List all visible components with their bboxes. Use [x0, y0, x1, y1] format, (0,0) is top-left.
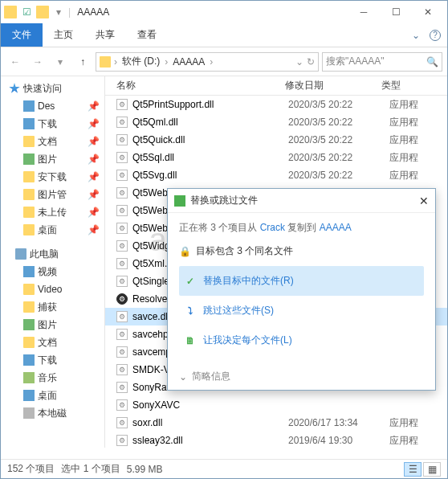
file-icon: ⚙ [116, 329, 128, 340]
breadcrumb-drive[interactable]: 软件 (D:) [120, 53, 161, 70]
close-button[interactable]: ✕ [412, 1, 444, 23]
compare-icon: 🗎 [184, 334, 197, 347]
pc-icon [15, 248, 26, 260]
ribbon: 文件 主页 共享 查看 ⌄ ? [1, 23, 447, 47]
sidebar-item[interactable]: 图片 [1, 316, 104, 334]
file-name: Qt5Qml.dll [132, 117, 283, 128]
file-icon: ⚙ [116, 223, 128, 234]
chevron-right-icon[interactable]: › [210, 56, 213, 68]
file-icon: ⚙ [116, 346, 128, 358]
folder-icon [23, 189, 35, 200]
file-name: Qt5PrintSupport.dll [132, 99, 283, 110]
option-decide[interactable]: 🗎 让我决定每个文件(L) [179, 325, 424, 355]
file-name: SonyXAVC [132, 399, 283, 411]
address-bar[interactable]: › 软件 (D:) › AAAAA › ⌄ ↻ [96, 52, 319, 72]
tab-view[interactable]: 查看 [126, 23, 168, 47]
sidebar-quick-access[interactable]: 快速访问 [1, 80, 104, 97]
sidebar-item[interactable]: 安下载📌 [1, 168, 104, 186]
pin-icon: 📌 [88, 136, 100, 147]
sidebar-item[interactable]: 视频 [1, 263, 104, 280]
dialog-details-toggle[interactable]: ⌄ 简略信息 [168, 363, 435, 390]
file-icon: ⚙ [116, 399, 128, 411]
pin-icon: 📌 [88, 171, 100, 182]
file-row[interactable]: ⚙Qt5PrintSupport.dll2020/3/5 20:22应用程 [105, 96, 447, 113]
sidebar-item[interactable]: Des📌 [1, 97, 104, 115]
sidebar-item[interactable]: 文档 [1, 334, 104, 351]
chevron-right-icon[interactable]: › [165, 56, 168, 68]
titlebar: ☑ ▾ | AAAAA ─ ☐ ✕ [1, 1, 447, 23]
sidebar-item[interactable]: 下载📌 [1, 115, 104, 133]
up-button[interactable]: ↑ [73, 52, 92, 72]
pin-icon: 📌 [88, 118, 100, 129]
copy-icon [174, 195, 185, 207]
file-icon: ⚙ [116, 99, 128, 110]
file-row[interactable]: ⚙soxr.dll2020/6/17 13:34应用程 [105, 414, 447, 432]
column-type[interactable]: 类型 [370, 79, 447, 92]
sidebar-item[interactable]: 音乐 [1, 369, 104, 387]
navigation-toolbar: ← → ▾ ↑ › 软件 (D:) › AAAAA › ⌄ ↻ 搜索"AAAAA… [1, 47, 447, 76]
pin-icon: 📌 [88, 207, 100, 218]
sidebar-item[interactable]: 未上传📌 [1, 203, 104, 221]
sidebar-item[interactable]: 本地磁 [1, 404, 104, 422]
sidebar-item[interactable]: 文档📌 [1, 133, 104, 150]
search-icon: 🔍 [426, 56, 438, 68]
breadcrumb-folder[interactable]: AAAAA [171, 55, 206, 69]
maximize-button[interactable]: ☐ [380, 1, 412, 23]
forward-button[interactable]: → [28, 52, 47, 72]
qat-dropdown-icon[interactable]: ▾ [52, 6, 65, 18]
file-date: 2020/3/5 20:22 [288, 117, 385, 128]
sidebar-item[interactable]: 图片📌 [1, 150, 104, 168]
file-name: Qt5Sql.dll [132, 152, 283, 163]
file-row[interactable]: ⚙SonyXAVC [105, 396, 447, 414]
help-icon[interactable]: ? [430, 30, 441, 41]
file-row[interactable]: ⚙ssleay32.dll2019/6/4 19:30应用程 [105, 432, 447, 448]
properties-icon[interactable]: ☑ [20, 6, 33, 18]
dialog-title: 替换或跳过文件 [190, 194, 258, 207]
view-icons-button[interactable]: ▦ [423, 462, 441, 477]
dialog-close-button[interactable]: ✕ [419, 194, 429, 207]
quick-access-toolbar: ☑ ▾ [4, 6, 65, 18]
status-size: 5.99 MB [127, 464, 163, 475]
dialog-titlebar: 替换或跳过文件 ✕ [168, 189, 435, 213]
search-input[interactable]: 搜索"AAAAA" 🔍 [322, 52, 442, 72]
sidebar-item[interactable]: 下载 [1, 351, 104, 369]
folder-icon [23, 136, 35, 147]
option-replace[interactable]: ✓ 替换目标中的文件(R) [179, 266, 424, 296]
tab-file[interactable]: 文件 [1, 23, 43, 47]
file-type: 应用程 [389, 116, 418, 129]
sidebar-item[interactable]: 桌面📌 [1, 221, 104, 239]
refresh-icon[interactable]: ↻ [307, 56, 315, 68]
folder-icon [4, 6, 17, 18]
history-dropdown[interactable]: ▾ [51, 52, 70, 72]
sidebar-item[interactable]: 桌面 [1, 387, 104, 404]
file-row[interactable]: ⚙Qt5Svg.dll2020/3/5 20:22应用程 [105, 166, 447, 184]
sidebar-item[interactable]: Video [1, 280, 104, 298]
sidebar-item[interactable]: 捕获 [1, 298, 104, 316]
folder-icon [23, 407, 35, 419]
navigation-pane[interactable]: 快速访问 Des📌下载📌文档📌图片📌安下载📌图片管📌未上传📌桌面📌 此电脑 视频… [1, 76, 105, 448]
chevron-right-icon[interactable]: › [114, 56, 117, 68]
expand-ribbon-icon[interactable]: ⌄ [412, 30, 420, 41]
status-bar: 152 个项目 选中 1 个项目 5.99 MB ☰ ▦ [1, 459, 447, 478]
column-name[interactable]: 名称 [105, 79, 274, 92]
sidebar-item[interactable]: 图片管📌 [1, 186, 104, 203]
file-icon: ⚙ [116, 364, 128, 375]
file-icon: ⚙ [116, 276, 128, 287]
pin-icon: 📌 [88, 100, 100, 112]
folder-icon [23, 319, 35, 330]
file-icon: ⚙ [116, 117, 128, 128]
view-details-button[interactable]: ☰ [404, 462, 422, 477]
sidebar-this-pc[interactable]: 此电脑 [1, 245, 104, 263]
new-folder-icon[interactable] [36, 6, 49, 18]
option-skip[interactable]: ⤵ 跳过这些文件(S) [179, 296, 424, 325]
minimize-button[interactable]: ─ [348, 1, 380, 23]
back-button[interactable]: ← [6, 52, 25, 72]
tab-share[interactable]: 共享 [84, 23, 126, 47]
column-date[interactable]: 修改日期 [274, 79, 370, 92]
file-row[interactable]: ⚙Qt5Sql.dll2020/3/5 20:22应用程 [105, 149, 447, 166]
tab-home[interactable]: 主页 [43, 23, 84, 47]
address-dropdown-icon[interactable]: ⌄ [295, 56, 303, 68]
file-row[interactable]: ⚙Qt5Qml.dll2020/3/5 20:22应用程 [105, 113, 447, 131]
pin-icon: 📌 [88, 224, 100, 235]
file-row[interactable]: ⚙Qt5Quick.dll2020/3/5 20:22应用程 [105, 131, 447, 149]
